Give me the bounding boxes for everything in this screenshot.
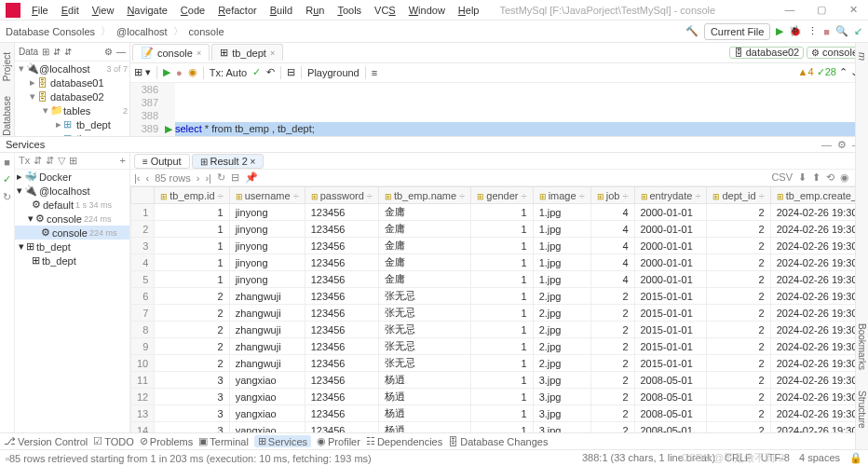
more-button[interactable]: ⋮ (807, 25, 818, 37)
minimize-button[interactable]: — (777, 2, 803, 18)
menu-navigate[interactable]: Navigate (121, 3, 172, 18)
grid-last[interactable]: ›| (205, 172, 211, 184)
playground[interactable]: Playground (307, 67, 359, 78)
execute-button[interactable]: ▶ (163, 66, 170, 78)
menu-help[interactable]: Help (453, 3, 485, 18)
services-minus[interactable]: — (821, 139, 832, 151)
config-icon[interactable]: ≡ (372, 67, 377, 78)
db-pill[interactable]: 🗄 database02 (729, 47, 804, 59)
tree-tables[interactable]: ▾📁tables2 (15, 103, 129, 117)
grid-view[interactable]: ◉ (840, 171, 849, 184)
btab-todo[interactable]: ☑ TODO (93, 435, 134, 447)
editor-dropdown[interactable]: ⊞ ▾ (134, 66, 151, 78)
grid-pin[interactable]: 📌 (245, 171, 258, 184)
tree-expand-icon[interactable]: ⇵ (53, 47, 61, 57)
debug-button[interactable]: 🐞 (789, 25, 802, 37)
grid-csv[interactable]: CSV (771, 171, 793, 184)
menu-vcs[interactable]: VCS (369, 3, 401, 18)
btab-dbchanges[interactable]: 🗄 Database Changes (448, 436, 548, 447)
result-grid[interactable]: ⊞tb_emp.id ÷⊞username ÷⊞password ÷⊞tb_em… (130, 186, 868, 442)
grid-import[interactable]: ⬆ (812, 171, 821, 184)
tab-console[interactable]: 📝 console × (132, 44, 210, 61)
svc-docker[interactable]: ▸🐳 Docker (15, 170, 129, 184)
menu-build[interactable]: Build (264, 3, 298, 18)
close-button[interactable]: ✕ (840, 2, 866, 18)
tab-bookmarks[interactable]: Bookmarks (857, 320, 867, 374)
svc-tb-dept-2[interactable]: ⊞ tb_dept (15, 254, 129, 267)
svc-stop[interactable]: ■ (4, 157, 10, 168)
tx-mode[interactable]: Tx: Auto (210, 67, 247, 78)
svc-console-1[interactable]: ▾⚙ console 224 ms (15, 212, 129, 226)
tree-host[interactable]: ▾🔌@localhost3 of 7 (15, 62, 129, 75)
btab-profiler[interactable]: ◉ Profiler (317, 435, 360, 447)
btab-vc[interactable]: ⎇ Version Control (4, 435, 88, 447)
btab-terminal[interactable]: ▣ Terminal (198, 435, 249, 447)
grid-ddl[interactable]: ⟲ (826, 171, 834, 184)
svc-tab-output[interactable]: ≡ Output (134, 154, 190, 169)
warn-badge[interactable]: ▲4 (798, 66, 814, 77)
menu-code[interactable]: Code (175, 3, 210, 18)
svc-tb-dept[interactable]: ▾⊞ tb_dept (15, 240, 129, 254)
grid-first[interactable]: |‹ (134, 172, 141, 184)
grid-rows[interactable]: 85 rows (155, 172, 191, 184)
search-icon[interactable]: 🔍 (835, 25, 848, 37)
trash-icon[interactable]: ⊟ (287, 66, 295, 78)
svc-tx-icon[interactable]: Tx (19, 155, 30, 167)
menu-edit[interactable]: Edit (56, 3, 85, 18)
tree-tb-dept[interactable]: ▸⊞tb_dept (15, 117, 129, 131)
grid-refresh[interactable]: ↻ (217, 171, 225, 184)
btab-problems[interactable]: ⊘ Problems (140, 435, 193, 447)
menu-file[interactable]: File (26, 3, 54, 18)
btab-deps[interactable]: ☷ Dependencies (366, 435, 442, 447)
tab-project[interactable]: Project (2, 48, 12, 85)
tab-tb-dept[interactable]: ⊞ tb_dept × (211, 44, 283, 61)
vcs-icon[interactable]: ↙ (854, 25, 862, 37)
svc-default[interactable]: ⚙ default 1 s 34 ms (15, 198, 129, 212)
tree-db1[interactable]: ▸🗄database01 (15, 75, 129, 89)
services-gear-icon[interactable]: ⚙ (837, 139, 847, 151)
maximize-button[interactable]: ▢ (808, 2, 834, 18)
menu-run[interactable]: Run (300, 3, 330, 18)
menu-tools[interactable]: Tools (332, 3, 367, 18)
btab-services[interactable]: ⊞ Services (254, 435, 311, 447)
build-icon[interactable]: 🔨 (685, 25, 698, 37)
tab-database[interactable]: Database (2, 92, 12, 140)
run-button[interactable]: ▶ (776, 25, 783, 37)
tree-tb-emp[interactable]: ▸⊞tb_emp (15, 131, 129, 136)
breadcrumb-console[interactable]: console (189, 26, 224, 37)
svc-ok[interactable]: ✓ (3, 173, 11, 185)
tree-filter-icon[interactable]: ⇵ (64, 47, 72, 57)
stop-button[interactable]: ■ (823, 26, 830, 37)
rollback-icon[interactable]: ↶ (266, 66, 275, 78)
status-indent[interactable]: 4 spaces (799, 452, 840, 464)
grid-add[interactable]: ⊟ (231, 171, 239, 184)
svc-filter-icon[interactable]: ▽ (58, 155, 65, 167)
grid-prev[interactable]: ‹ (146, 172, 150, 184)
status-lock-icon[interactable]: 🔒 (849, 452, 862, 464)
breadcrumb-host[interactable]: @localhost (116, 26, 168, 37)
menu-refactor[interactable]: Refactor (212, 3, 263, 18)
menu-window[interactable]: Window (403, 3, 451, 18)
tab-maven[interactable]: m (857, 48, 868, 64)
run-config[interactable]: Current File (704, 23, 770, 40)
breadcrumb-root[interactable]: Database Consoles (6, 26, 95, 37)
svc-console-2[interactable]: ⚙ console 224 ms (15, 226, 129, 240)
menu-view[interactable]: View (87, 3, 120, 18)
sql-editor[interactable]: select * from tb_emp , tb_dept; (175, 83, 868, 136)
svc-collapse-icon[interactable]: ⇵ (46, 155, 54, 167)
svc-rerun[interactable]: ↻ (3, 191, 11, 203)
tab-structure[interactable]: Structure (857, 387, 867, 432)
tree-minimize-icon[interactable]: — (116, 47, 126, 57)
svc-group-icon[interactable]: ⊞ (69, 155, 77, 167)
tree-icon[interactable]: ⊞ (42, 47, 49, 57)
svc-host[interactable]: ▾🔌 @localhost (15, 184, 129, 198)
explain-button[interactable]: ◉ (188, 66, 197, 78)
stop-exec-button[interactable]: ● (176, 67, 183, 78)
tree-db2[interactable]: ▾🗄database02 (15, 89, 129, 103)
check-badge[interactable]: ✓28 (817, 66, 836, 77)
svc-expand-icon[interactable]: ⇵ (34, 155, 42, 167)
commit-icon[interactable]: ✓ (252, 66, 261, 78)
svc-tab-result[interactable]: ⊞ Result 2 × (192, 154, 264, 169)
grid-export[interactable]: ⬇ (798, 171, 807, 184)
svc-add-icon[interactable]: + (120, 155, 126, 167)
